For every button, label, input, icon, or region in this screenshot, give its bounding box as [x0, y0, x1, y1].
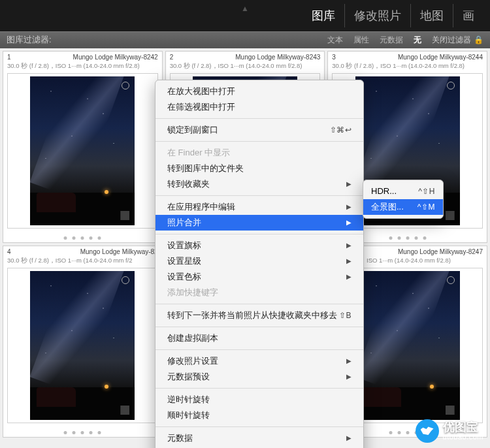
filter-none[interactable]: 无 — [414, 35, 421, 46]
ctx-go-collection[interactable]: 转到收藏夹▶ — [155, 176, 363, 192]
flag-icon[interactable] — [122, 276, 129, 284]
ctx-edit-in[interactable]: 在应用程序中编辑▶ — [155, 199, 363, 215]
flag-icon[interactable] — [447, 82, 455, 89]
ctx-go-folder[interactable]: 转到图库中的文件夹 — [155, 161, 363, 176]
filter-text[interactable]: 文本 — [327, 35, 343, 46]
watermark-brand: 优图宝 — [443, 421, 483, 433]
color-label-dots — [389, 236, 426, 240]
edit-badge-icon — [446, 406, 455, 415]
sub-hdr[interactable]: HDR...^⇧H — [363, 184, 443, 199]
thumbnail-frame — [7, 268, 158, 423]
flag-icon[interactable] — [122, 82, 129, 89]
tab-map[interactable]: 地图 — [411, 4, 453, 27]
ctx-open-survey[interactable]: 在筛选视图中打开 — [155, 99, 363, 115]
cell-meta: 30.0 秒 (f / 2.8)，ISO 1···m (14.0-24.0 mm… — [170, 62, 321, 71]
grid-cell[interactable]: 1 Mungo Lodge Milkyway-8242 30.0 秒 (f / … — [3, 51, 163, 243]
cell-title: Mungo Lodge Milkyway-8244 — [398, 54, 483, 61]
cell-index: 1 — [7, 54, 11, 61]
chevron-right-icon: ▶ — [346, 239, 351, 252]
panel-collapse-arrow-icon[interactable]: ▲ — [241, 4, 249, 13]
filter-metadata[interactable]: 元数据 — [380, 35, 403, 46]
watermark-url: utobao.com — [443, 433, 483, 441]
ctx-add-keyword: 添加快捷键字 — [155, 285, 363, 300]
cell-meta: 30.0 秒 (f / 2.8)，ISO 1···m (14.0-24.0 mm… — [7, 257, 158, 265]
tab-book[interactable]: 画 — [453, 4, 483, 27]
filter-bar: 图库过滤器: 文本 属性 元数据 无 关闭过滤器 🔒 — [0, 31, 490, 48]
chevron-right-icon: ▶ — [346, 216, 351, 229]
color-label-dots — [64, 431, 101, 434]
chevron-right-icon: ▶ — [346, 432, 351, 445]
close-filter-label[interactable]: 关闭过滤器 — [432, 35, 471, 46]
ctx-set-rating[interactable]: 设置星级▶ — [155, 253, 363, 269]
ctx-rotate-cw[interactable]: 顺时针旋转 — [155, 408, 363, 423]
edit-badge-icon — [446, 211, 455, 220]
filter-attribute[interactable]: 属性 — [353, 35, 369, 46]
ctx-open-loupe[interactable]: 在放大视图中打开 — [155, 84, 363, 99]
chevron-right-icon: ▶ — [346, 178, 351, 191]
cell-meta: 30.0 秒 (f / 2.8)，ISO 1···m (14.0-24.0 mm… — [7, 62, 158, 71]
filter-label: 图库过滤器: — [7, 34, 52, 46]
sub-panorama[interactable]: 全景图...^⇧M — [363, 199, 443, 215]
cell-title: Mungo Lodge Milkyway-82 — [80, 248, 158, 255]
cell-meta: 30.0 秒 (f / 2.8)，ISO 1···m (14.0-24.0 mm… — [332, 62, 483, 71]
context-submenu-photo-merge: HDR...^⇧H 全景图...^⇧M — [363, 180, 444, 219]
cell-title: Mungo Lodge Milkyway-8247 — [398, 248, 483, 255]
ctx-develop-settings[interactable]: 修改照片设置▶ — [155, 353, 363, 369]
watermark: 优图宝 utobao.com — [416, 419, 483, 443]
ctx-show-finder: 在 Finder 中显示 — [155, 145, 363, 161]
cell-title: Mungo Lodge Milkyway-8242 — [73, 54, 158, 61]
flag-icon[interactable] — [447, 276, 455, 284]
ctx-metadata-preset[interactable]: 元数据预设▶ — [155, 369, 363, 385]
bird-icon — [416, 419, 439, 443]
thumbnail-image[interactable] — [30, 271, 135, 420]
chevron-right-icon: ▶ — [346, 270, 351, 283]
ctx-create-vc[interactable]: 创建虚拟副本 — [155, 330, 363, 346]
tab-develop[interactable]: 修改照片 — [345, 4, 411, 27]
tab-library[interactable]: 图库 — [302, 4, 345, 27]
lock-icon[interactable]: 🔒 — [474, 35, 483, 44]
cell-index: 2 — [170, 54, 174, 61]
ctx-metadata[interactable]: 元数据▶ — [155, 430, 363, 446]
chevron-right-icon: ▶ — [346, 355, 351, 368]
ctx-photo-merge[interactable]: 照片合并▶ — [155, 215, 363, 231]
ctx-next-remove[interactable]: 转到下一张并将当前照片从快捷收藏夹中移去⇧B — [155, 308, 363, 323]
color-label-dots — [64, 236, 101, 240]
edit-badge-icon — [120, 406, 129, 415]
chevron-right-icon: ▶ — [346, 255, 351, 268]
thumbnail-image[interactable] — [30, 76, 135, 225]
chevron-right-icon: ▶ — [346, 370, 351, 383]
ctx-lock-secondary[interactable]: 锁定到副窗口⇧⌘↩ — [155, 122, 363, 138]
cell-title: Mungo Lodge Milkyway-8243 — [235, 54, 320, 61]
thumbnail-image[interactable] — [355, 271, 460, 420]
context-menu: 在放大视图中打开 在筛选视图中打开 锁定到副窗口⇧⌘↩ 在 Finder 中显示… — [155, 80, 364, 448]
edit-badge-icon — [120, 211, 129, 220]
cell-index: 3 — [332, 54, 336, 61]
ctx-set-color[interactable]: 设置色标▶ — [155, 269, 363, 285]
ctx-rotate-ccw[interactable]: 逆时针旋转 — [155, 392, 363, 408]
cell-index: 4 — [7, 248, 11, 255]
thumbnail-frame — [7, 73, 158, 229]
grid-cell[interactable]: 4 Mungo Lodge Milkyway-82 30.0 秒 (f / 2.… — [3, 246, 163, 438]
ctx-set-flag[interactable]: 设置旗标▶ — [155, 238, 363, 253]
chevron-right-icon: ▶ — [346, 200, 351, 214]
module-tabs: 图库 修改照片 地图 画 — [302, 4, 483, 27]
